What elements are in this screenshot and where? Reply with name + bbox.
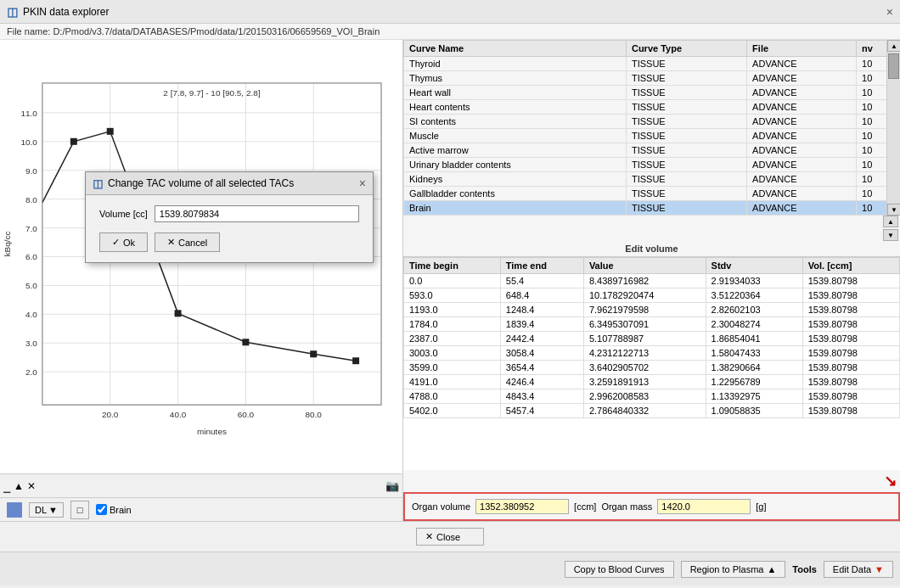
scroll-up-button[interactable]: ▲ <box>887 40 900 52</box>
line-icon[interactable]: ⎯ <box>3 479 10 493</box>
cell-te: 4843.4 <box>500 389 583 404</box>
cell-stdv: 1.22956789 <box>706 375 802 389</box>
edit-volume-label: Edit volume <box>403 241 900 257</box>
time-table-row[interactable]: 3003.0 3058.4 4.2312122713 1.58047433 15… <box>404 346 900 361</box>
edit-data-button[interactable]: Edit Data ▼ <box>824 561 893 578</box>
svg-text:6.0: 6.0 <box>25 252 37 261</box>
curve-table-row[interactable]: SI contents TISSUE ADVANCE 10 <box>404 115 900 129</box>
time-table-row[interactable]: 3599.0 3654.4 3.6402905702 1.38290664 15… <box>404 361 900 375</box>
modal-close-button[interactable]: × <box>359 176 366 190</box>
cell-val: 5.107788987 <box>583 332 706 346</box>
curve-table-scrollbar[interactable]: ▲ ▼ <box>886 40 900 216</box>
svg-text:2 [7.8, 9.7] - 10 [90.5, 2.8]: 2 [7.8, 9.7] - 10 [90.5, 2.8] <box>163 88 260 98</box>
time-table-row[interactable]: 1193.0 1248.4 7.9621979598 2.82602103 15… <box>404 303 900 317</box>
organ-bar: Organ volume [ccm] Organ mass [g] <box>403 492 900 521</box>
svg-rect-34 <box>107 128 114 135</box>
up-scroll-button[interactable]: ▲ <box>883 216 898 227</box>
scroll-controls: ▲ ▼ <box>403 216 900 241</box>
close-button[interactable]: ✕ Close <box>416 528 484 546</box>
cell-stdv: 2.82602103 <box>706 303 802 317</box>
chart-toolbar: ⎯ ▲ ✕ 📷 <box>0 473 402 497</box>
cell-stdv: 1.09058835 <box>706 404 802 418</box>
svg-text:10.0: 10.0 <box>21 137 38 147</box>
time-table-row[interactable]: 2387.0 2442.4 5.107788987 1.86854041 153… <box>404 332 900 346</box>
cell-tb: 1193.0 <box>404 303 501 317</box>
cell-vol: 1539.80798 <box>802 375 899 389</box>
svg-rect-35 <box>175 310 182 316</box>
cell-tb: 5402.0 <box>404 404 501 418</box>
cell-name: Muscle <box>404 129 627 143</box>
organ-volume-input[interactable] <box>475 499 569 514</box>
cell-stdv: 1.58047433 <box>706 346 802 361</box>
cell-stdv: 2.30048274 <box>706 317 802 332</box>
delete-icon[interactable]: ✕ <box>27 480 36 492</box>
curve-table-row[interactable]: Heart wall TISSUE ADVANCE 10 <box>404 86 900 100</box>
region-to-plasma-button[interactable]: Region to Plasma ▲ <box>681 561 786 578</box>
curve-table-row[interactable]: Thymus TISSUE ADVANCE 10 <box>404 71 900 86</box>
camera-icon[interactable]: 📷 <box>385 479 399 492</box>
organ-mass-input[interactable] <box>657 499 751 514</box>
svg-text:9.0: 9.0 <box>25 166 37 176</box>
svg-text:2.0: 2.0 <box>25 367 37 377</box>
svg-text:40.0: 40.0 <box>170 410 187 419</box>
region-button[interactable]: □ <box>70 501 89 519</box>
volume-input[interactable] <box>155 205 359 222</box>
cell-type: TISSUE <box>626 57 746 71</box>
curve-table-row[interactable]: Gallbladder contents TISSUE ADVANCE 10 <box>404 187 900 201</box>
cell-name: Urinary bladder contents <box>404 158 627 172</box>
time-table-row[interactable]: 1784.0 1839.4 6.3495307091 2.30048274 15… <box>404 317 900 332</box>
modal-title-bar: ◫ Change TAC volume of all selected TACs… <box>86 172 373 195</box>
edit-data-arrow: ▼ <box>875 564 884 574</box>
brain-checkbox-label: Brain <box>96 504 132 515</box>
ok-button[interactable]: ✓ Ok <box>99 232 148 252</box>
curve-table-row[interactable]: Urinary bladder contents TISSUE ADVANCE … <box>404 158 900 172</box>
col-curve-type: Curve Type <box>626 41 746 57</box>
cell-file: ADVANCE <box>747 201 857 216</box>
curve-table-row[interactable]: Thyroid TISSUE ADVANCE 10 <box>404 57 900 71</box>
up-icon[interactable]: ▲ <box>14 480 24 492</box>
col-time-end: Time end <box>500 258 583 274</box>
modal-body: Volume [cc] ✓ Ok ✕ Cancel <box>86 195 373 262</box>
cell-file: ADVANCE <box>747 158 857 172</box>
modal-buttons: ✓ Ok ✕ Cancel <box>99 232 359 252</box>
down-scroll-button[interactable]: ▼ <box>883 229 898 241</box>
curve-table-row[interactable]: Heart contents TISSUE ADVANCE 10 <box>404 100 900 115</box>
cell-name: Heart wall <box>404 86 627 100</box>
time-table-row[interactable]: 4191.0 4246.4 3.2591891913 1.22956789 15… <box>404 375 900 389</box>
cell-tb: 2387.0 <box>404 332 501 346</box>
time-table-row[interactable]: 5402.0 5457.4 2.7864840332 1.09058835 15… <box>404 404 900 418</box>
cell-name: Active marrow <box>404 143 627 158</box>
svg-text:minutes: minutes <box>197 427 227 436</box>
scroll-thumb[interactable] <box>888 53 899 79</box>
tools-label: Tools <box>792 564 817 574</box>
dl-icon <box>7 502 22 518</box>
copy-to-blood-button[interactable]: Copy to Blood Curves <box>565 561 674 578</box>
arrow-indicator: ↘ <box>403 470 900 492</box>
time-table: Time begin Time end Value Stdv Vol. [ccm… <box>403 257 900 418</box>
time-table-row[interactable]: 4788.0 4843.4 2.9962008583 1.13392975 15… <box>404 389 900 404</box>
cancel-button[interactable]: ✕ Cancel <box>155 232 220 252</box>
cell-file: ADVANCE <box>747 100 857 115</box>
curve-table-row[interactable]: Muscle TISSUE ADVANCE 10 <box>404 129 900 143</box>
time-table-row[interactable]: 593.0 648.4 10.1782920474 3.51220364 153… <box>404 288 900 303</box>
cell-stdv: 3.51220364 <box>706 288 802 303</box>
curve-table-row[interactable]: Kidneys TISSUE ADVANCE 10 <box>404 172 900 187</box>
curve-table-row[interactable]: Active marrow TISSUE ADVANCE 10 <box>404 143 900 158</box>
cell-val: 10.1782920474 <box>583 288 706 303</box>
cell-vol: 1539.80798 <box>802 274 899 288</box>
cell-type: TISSUE <box>626 129 746 143</box>
cell-stdv: 2.91934033 <box>706 274 802 288</box>
dl-button[interactable]: DL ▼ <box>29 502 64 518</box>
window-close-button[interactable]: × <box>886 5 893 19</box>
modal-title-text: Change TAC volume of all selected TACs <box>108 177 294 189</box>
cell-name: Kidneys <box>404 172 627 187</box>
cell-type: TISSUE <box>626 187 746 201</box>
svg-rect-37 <box>310 350 317 357</box>
dl-dropdown-arrow: ▼ <box>48 505 58 515</box>
brain-label: Brain <box>110 505 132 515</box>
curve-table-row[interactable]: Brain TISSUE ADVANCE 10 <box>404 201 900 216</box>
time-table-row[interactable]: 0.0 55.4 8.4389716982 2.91934033 1539.80… <box>404 274 900 288</box>
scroll-down-button[interactable]: ▼ <box>887 204 900 216</box>
cell-tb: 3003.0 <box>404 346 501 361</box>
brain-checkbox[interactable] <box>96 504 107 515</box>
